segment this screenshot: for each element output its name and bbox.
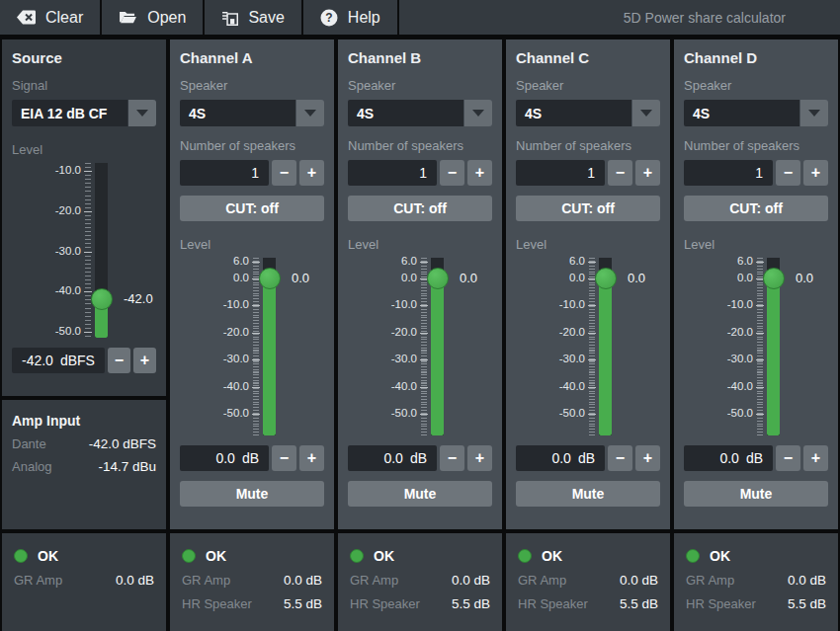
num-speakers-label: Number of speakers [516, 138, 660, 153]
cut-button[interactable]: CUT: off [516, 196, 660, 221]
mute-button[interactable]: Mute [684, 481, 828, 507]
num-speakers-input[interactable]: 1 [684, 160, 773, 186]
channel-level-field-row: 0.0 dB − + [684, 445, 828, 471]
row-label: HR Speaker [686, 596, 756, 611]
channel-level-increment-button[interactable]: + [635, 445, 660, 471]
info-row: HR Speaker5.5 dB [182, 596, 322, 611]
clear-button-label: Clear [45, 9, 83, 27]
channel-level-decrement-button[interactable]: − [608, 445, 632, 471]
slider-handle[interactable] [595, 268, 617, 289]
speaker-dropdown[interactable]: 4S [516, 100, 660, 126]
channel-level-decrement-button[interactable]: − [776, 445, 800, 471]
channel-level-decrement-button[interactable]: − [272, 445, 296, 471]
source-level-increment-button[interactable]: + [133, 348, 156, 373]
source-title: Source [12, 49, 156, 66]
speaker-dropdown-button[interactable] [800, 100, 828, 126]
speaker-dropdown[interactable]: 4S [684, 100, 828, 126]
slider-handle[interactable] [259, 268, 281, 289]
num-speakers-decrement-button[interactable]: − [440, 160, 464, 186]
source-level-input[interactable]: -42.0 dBFS [12, 348, 105, 373]
slider-scale-label: -50.0 [180, 407, 249, 419]
num-speakers-input[interactable]: 1 [348, 160, 437, 186]
save-button[interactable]: Save [205, 0, 302, 35]
num-speakers-decrement-button[interactable]: − [608, 160, 632, 186]
channel-level-input[interactable]: 0.0 dB [516, 445, 605, 471]
channel-title: Channel A [180, 49, 324, 66]
speaker-dropdown-button[interactable] [632, 100, 660, 126]
channel-status-head: OK [518, 548, 658, 564]
status-ok-icon [182, 549, 196, 563]
source-level-decrement-button[interactable]: − [108, 348, 130, 373]
slider-scale-label: -50.0 [348, 407, 417, 419]
channel-level-slider[interactable]: 6.00.0-10.0-20.0-30.0-40.0-50.00.0 [348, 258, 492, 435]
channel-level-input[interactable]: 0.0 dB [348, 445, 437, 471]
num-speakers-input[interactable]: 1 [516, 160, 605, 186]
info-row: HR Speaker5.5 dB [518, 596, 658, 611]
slider-handle[interactable] [427, 268, 449, 289]
channel-level-increment-button[interactable]: + [803, 445, 828, 471]
speaker-dropdown-value: 4S [180, 100, 295, 126]
channel-status-head: OK [686, 548, 826, 564]
num-speakers-increment-button[interactable]: + [803, 160, 828, 186]
speaker-label: Speaker [684, 78, 828, 93]
info-row: GR Amp0.0 dB [686, 573, 826, 588]
toolbar: Clear Open Save ? Help 5D Power share ca… [0, 0, 840, 35]
row-label: GR Amp [14, 573, 62, 588]
speaker-dropdown[interactable]: 4S [180, 100, 324, 126]
cut-button[interactable]: CUT: off [348, 196, 492, 221]
channel-level-input[interactable]: 0.0 dB [180, 445, 269, 471]
signal-dropdown-button[interactable] [128, 100, 156, 126]
channel-level-decrement-button[interactable]: − [440, 445, 464, 471]
channel-status-panel: OK GR Amp0.0 dBHR Speaker5.5 dB [338, 533, 502, 631]
channel-level-slider[interactable]: 6.00.0-10.0-20.0-30.0-40.0-50.00.0 [180, 258, 324, 435]
chevron-down-icon [304, 110, 316, 117]
channel-level-slider[interactable]: 6.00.0-10.0-20.0-30.0-40.0-50.00.0 [516, 258, 660, 435]
channel-level-increment-button[interactable]: + [467, 445, 492, 471]
channel-level-value: 0.0 [719, 450, 738, 466]
channel-level-increment-button[interactable]: + [299, 445, 324, 471]
cut-button[interactable]: CUT: off [180, 196, 324, 221]
slider-fill [767, 278, 780, 435]
clear-button[interactable]: Clear [0, 0, 102, 35]
num-speakers-decrement-button[interactable]: − [776, 160, 800, 186]
slider-scale-label: -40.0 [348, 380, 417, 392]
slider-scale-label: -20.0 [516, 326, 585, 338]
speaker-dropdown-button[interactable] [464, 100, 492, 126]
cut-button[interactable]: CUT: off [684, 196, 828, 221]
open-button[interactable]: Open [102, 0, 205, 35]
speaker-dropdown-button[interactable] [296, 100, 324, 126]
speaker-dropdown[interactable]: 4S [348, 100, 492, 126]
num-speakers-increment-button[interactable]: + [635, 160, 660, 186]
channel-status-panel: OK GR Amp0.0 dBHR Speaker5.5 dB [506, 533, 670, 631]
signal-dropdown[interactable]: EIA 12 dB CF [12, 100, 156, 126]
num-speakers-increment-button[interactable]: + [467, 160, 492, 186]
num-speakers-decrement-button[interactable]: − [272, 160, 296, 186]
chevron-down-icon [640, 110, 652, 117]
row-label: Analog [12, 459, 51, 474]
slider-scale-label: -30.0 [348, 353, 417, 364]
source-level-slider[interactable]: -10.0-20.0-30.0-40.0-50.0-42.0 [12, 163, 156, 338]
channel-title: Channel D [684, 49, 828, 66]
info-row: GR Amp0.0 dB [350, 573, 490, 588]
channel-level-value: 0.0 [383, 450, 402, 466]
slider-handle[interactable] [763, 268, 785, 289]
slider-scale-label: -30.0 [684, 353, 753, 364]
status-ok-icon [350, 549, 364, 563]
mute-button[interactable]: Mute [516, 481, 660, 507]
help-button[interactable]: ? Help [303, 0, 399, 35]
mute-button[interactable]: Mute [348, 481, 492, 507]
row-value: -42.0 dBFS [89, 436, 156, 451]
slider-handle[interactable] [91, 288, 113, 310]
channel-level-input[interactable]: 0.0 dB [684, 445, 773, 471]
row-value: 0.0 dB [284, 573, 322, 588]
num-speakers-label: Number of speakers [180, 138, 324, 153]
speaker-label: Speaker [516, 78, 660, 93]
num-speakers-increment-button[interactable]: + [299, 160, 324, 186]
channel-level-slider[interactable]: 6.00.0-10.0-20.0-30.0-40.0-50.00.0 [684, 258, 828, 435]
power-share-calculator-window: Clear Open Save ? Help 5D Power share ca… [0, 0, 840, 631]
mute-button[interactable]: Mute [180, 481, 324, 507]
info-row: GR Amp0.0 dB [14, 573, 154, 588]
num-speakers-input[interactable]: 1 [180, 160, 269, 186]
source-column: Source Signal EIA 12 dB CF Level -10.0-2… [2, 39, 166, 631]
num-speakers-row: 1 − + [684, 160, 828, 186]
